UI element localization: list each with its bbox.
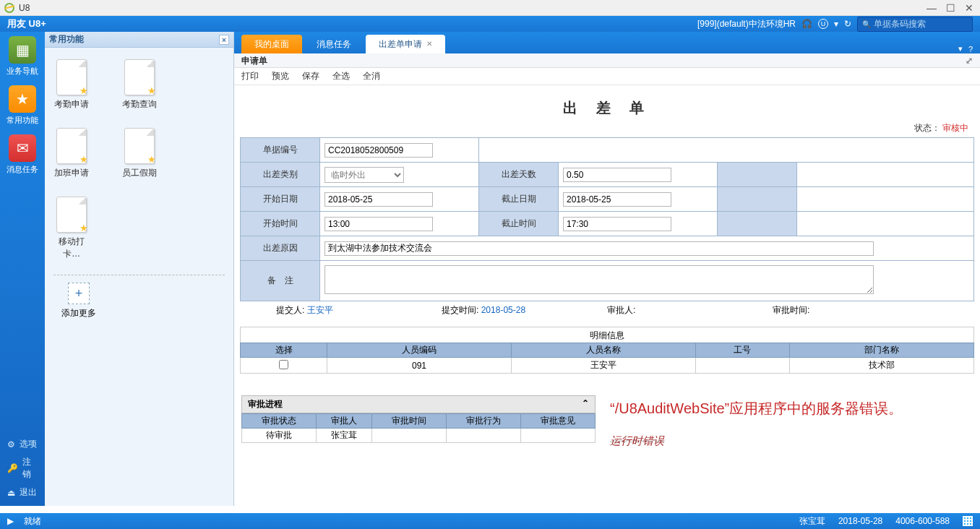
link-exit[interactable]: ⏏退出 (0, 483, 45, 502)
lbl-start-date: 开始日期 (241, 187, 320, 212)
approval-panel: 审批进程 ⌃ 审批状态 审批人 审批时间 审批行为 审批意见 待审批 张宝茸 (241, 395, 596, 451)
doc-icon (56, 59, 87, 95)
app-grid: 考勤申请 考勤查询 加班申请 员工假期 移动打卡… (45, 48, 233, 272)
lbl-start-time: 开始时间 (241, 212, 320, 236)
topbar: 用友 U8+ [999](default)中法环境HR 🎧 U ▾ ↻ 单据条码… (0, 16, 980, 32)
col-dept: 部门名称 (790, 343, 974, 358)
collapse-icon[interactable]: ⤢ (966, 53, 973, 67)
close-button[interactable]: ✕ (963, 2, 976, 14)
approval-header: 审批进程 ⌃ (241, 395, 596, 413)
window-controls: — ☐ ✕ (925, 2, 976, 14)
reload-icon[interactable]: ↻ (844, 19, 851, 29)
minimize-button[interactable]: — (925, 2, 938, 14)
app-attendance-query[interactable]: 考勤查询 (119, 59, 160, 111)
maximize-button[interactable]: ☐ (944, 2, 957, 14)
lbl-doc-no: 单据编号 (241, 138, 320, 163)
status-line: 状态： 审核中 (240, 122, 974, 134)
approval-section: 审批进程 ⌃ 审批状态 审批人 审批时间 审批行为 审批意见 待审批 张宝茸 (240, 395, 974, 451)
key-icon: 🔑 (7, 463, 18, 473)
input-doc-no[interactable] (324, 143, 433, 158)
nav-business[interactable]: ▦ 业务导航 (5, 36, 40, 77)
form-title: 出 差 单 (240, 98, 974, 118)
tb-select-all[interactable]: 全选 (332, 70, 350, 82)
cell-dept: 技术部 (790, 358, 974, 374)
collapse-icon[interactable]: ⌃ (582, 398, 589, 410)
input-reason[interactable] (324, 241, 874, 256)
tb-save[interactable]: 保存 (302, 70, 319, 82)
row-checkbox[interactable] (279, 360, 288, 369)
table-row: 091 王安平 技术部 (241, 358, 974, 374)
bottom-links: ⚙选项 🔑注销 ⏏退出 (0, 435, 45, 506)
org-label: [999](default)中法环境HR (697, 18, 796, 30)
app-employee-leave[interactable]: 员工假期 (119, 128, 160, 179)
tb-preview[interactable]: 预览 (272, 70, 289, 82)
qr-icon[interactable] (963, 516, 973, 526)
refresh-icon[interactable]: U (818, 19, 828, 29)
dropdown-icon[interactable]: ▾ (834, 19, 838, 29)
input-start-date[interactable] (324, 192, 433, 207)
tb-print[interactable]: 打印 (241, 70, 259, 82)
status-phone: 4006-600-588 (895, 516, 950, 526)
sidebar-panel: 常用功能 × 考勤申请 考勤查询 加班申请 员工假期 移动打卡… + 添加更多 (45, 32, 234, 506)
play-icon[interactable]: ▶ (7, 516, 14, 526)
textarea-remark[interactable] (324, 265, 874, 294)
app-attendance-apply[interactable]: 考勤申请 (51, 59, 93, 111)
help-icon[interactable]: ? (968, 45, 973, 53)
col-empno: 工号 (695, 343, 789, 358)
app-mobile-punch[interactable]: 移动打卡… (51, 197, 93, 260)
add-more[interactable]: + 添加更多 (58, 283, 100, 319)
link-logout[interactable]: 🔑注销 (0, 453, 45, 483)
form-table: 单据编号 出差类别 临时外出 出差天数 开始日期 截止日期 开始时间 (240, 137, 974, 301)
sidebar-title: 常用功能 (49, 33, 84, 46)
lbl-trip-days: 出差天数 (479, 163, 559, 187)
nav-label: 业务导航 (5, 66, 40, 77)
input-trip-days[interactable] (563, 168, 671, 182)
nav-common[interactable]: ★ 常用功能 (5, 85, 40, 126)
gear-icon: ⚙ (7, 439, 15, 450)
lbl-end-date: 截止日期 (479, 187, 559, 212)
tab-messages[interactable]: 消息任务 (304, 35, 364, 53)
nav-messages[interactable]: ✉ 消息任务 (5, 134, 40, 175)
cell-empno (695, 358, 789, 374)
val-submit-time: 2018-05-28 (481, 305, 525, 315)
doc-toolbar: 打印 预览 保存 全选 全消 (234, 68, 980, 85)
link-options[interactable]: ⚙选项 (0, 435, 45, 453)
form-area: 出 差 单 状态： 审核中 单据编号 出差类别 临时外出 出差天数 开始日期 (234, 85, 980, 457)
sidebar-header: 常用功能 × (45, 32, 233, 48)
exit-icon: ⏏ (7, 488, 15, 498)
chevron-down-icon[interactable]: ▾ (958, 44, 963, 53)
doc-icon (124, 59, 155, 95)
col-code: 人员编码 (327, 343, 512, 358)
error-pane: “/U8AuditWebSite”应用程序中的服务器错误。 运行时错误 (603, 395, 973, 451)
detail-title: 明细信息 (240, 327, 974, 343)
tab-trip-request[interactable]: 出差单申请✕ (366, 35, 445, 53)
close-icon[interactable]: ✕ (426, 35, 432, 53)
status-ready: 就绪 (24, 515, 41, 528)
input-end-date[interactable] (563, 192, 671, 207)
status-user: 张宝茸 (799, 515, 825, 528)
sidebar-close-icon[interactable]: × (219, 35, 229, 45)
lbl-reason: 出差原因 (241, 236, 320, 261)
input-end-time[interactable] (563, 217, 671, 231)
cell-name: 王安平 (511, 358, 695, 374)
app-overtime-apply[interactable]: 加班申请 (51, 128, 93, 179)
tab-bar: 我的桌面 消息任务 出差单申请✕ ▾ ? (234, 32, 980, 53)
error-detail: 运行时错误 (610, 434, 966, 448)
search-placeholder: 单据条码搜索 (874, 18, 926, 30)
divider (53, 275, 225, 275)
barcode-search[interactable]: 单据条码搜索 (857, 17, 973, 32)
headset-icon[interactable]: 🎧 (801, 19, 812, 29)
tb-deselect-all[interactable]: 全消 (363, 70, 380, 82)
input-start-time[interactable] (324, 217, 433, 231)
brand-label: 用友 U8+ (7, 17, 46, 30)
business-icon: ▦ (9, 36, 36, 64)
nav-label: 常用功能 (5, 115, 40, 126)
nav-label: 消息任务 (5, 164, 40, 175)
select-trip-type[interactable]: 临时外出 (324, 167, 404, 183)
tab-desktop[interactable]: 我的桌面 (241, 35, 302, 53)
doc-icon (124, 128, 155, 164)
plus-icon: + (68, 283, 90, 304)
status-value: 审核中 (942, 123, 968, 133)
status-bar: ▶ 就绪 张宝茸 2018-05-28 4006-600-588 (0, 513, 980, 529)
lbl-end-time: 截止时间 (479, 212, 559, 236)
